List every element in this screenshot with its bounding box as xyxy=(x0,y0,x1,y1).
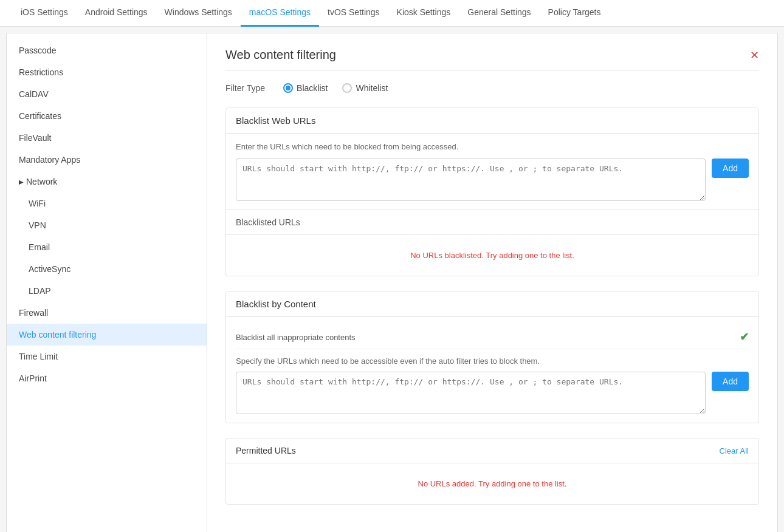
permitted-urls-title: Permitted URLs xyxy=(236,446,296,455)
filter-type-label: Filter Type xyxy=(225,83,265,93)
sidebar-item-network[interactable]: ▶ Network xyxy=(7,171,207,193)
blacklist-radio-label: Blacklist xyxy=(297,83,328,93)
blacklist-url-input[interactable] xyxy=(236,159,706,201)
permitted-urls-body: No URLs added. Try adding one to the lis… xyxy=(226,463,758,504)
chevron-right-icon: ▶ xyxy=(19,179,24,185)
blacklist-web-urls-body: Enter the URLs which need to be blocked … xyxy=(226,134,758,210)
permitted-urls-empty: No URLs added. Try adding one to the lis… xyxy=(236,472,749,496)
sidebar-item-airprint[interactable]: AirPrint xyxy=(7,367,207,389)
nav-general-settings[interactable]: General Settings xyxy=(459,0,539,27)
accessible-url-input[interactable] xyxy=(236,372,706,414)
sidebar-item-filevault[interactable]: FileVault xyxy=(7,127,207,149)
nav-policy-targets[interactable]: Policy Targets xyxy=(540,0,610,27)
sidebar-item-vpn[interactable]: VPN xyxy=(7,214,207,236)
whitelist-radio[interactable] xyxy=(342,83,352,93)
sidebar-item-restrictions[interactable]: Restrictions xyxy=(7,61,207,83)
sidebar-item-certificates[interactable]: Certificates xyxy=(7,105,207,127)
close-button[interactable]: ✕ xyxy=(750,49,759,62)
blacklist-radio[interactable] xyxy=(283,83,293,93)
nav-kiosk-settings[interactable]: Kiosk Settings xyxy=(388,0,459,27)
radio-group: Blacklist Whitelist xyxy=(283,83,388,93)
nav-macos-settings[interactable]: macOS Settings xyxy=(241,0,319,27)
sidebar-item-email[interactable]: Email xyxy=(7,236,207,258)
blacklisted-urls-title: Blacklisted URLs xyxy=(226,210,758,235)
top-navigation: iOS Settings Android Settings Windows Se… xyxy=(0,0,784,27)
blacklist-web-urls-desc: Enter the URLs which need to be blocked … xyxy=(236,142,749,151)
permitted-urls-header: Permitted URLs Clear All xyxy=(226,438,758,463)
nav-android-settings[interactable]: Android Settings xyxy=(77,0,156,27)
sidebar-item-mandatory-apps[interactable]: Mandatory Apps xyxy=(7,149,207,171)
blacklist-web-urls-title: Blacklist Web URLs xyxy=(226,108,758,134)
blacklist-inappropriate-label: Blacklist all inappropriate contents xyxy=(236,333,356,342)
panel-title: Web content filtering xyxy=(225,48,336,62)
blacklist-inappropriate-row: Blacklist all inappropriate contents ✔ xyxy=(236,326,749,349)
blacklist-add-button[interactable]: Add xyxy=(712,159,749,178)
blacklist-radio-option[interactable]: Blacklist xyxy=(283,83,328,93)
blacklist-url-input-row: Add xyxy=(236,159,749,201)
whitelist-radio-option[interactable]: Whitelist xyxy=(342,83,388,93)
blacklist-by-content-body: Blacklist all inappropriate contents ✔ S… xyxy=(226,317,758,423)
sidebar-item-caldav[interactable]: CalDAV xyxy=(7,83,207,105)
filter-type-row: Filter Type Blacklist Whitelist xyxy=(225,83,759,93)
blacklist-by-content-title: Blacklist by Content xyxy=(226,292,758,317)
sidebar-item-ldap[interactable]: LDAP xyxy=(7,280,207,302)
accessible-url-input-row: Add xyxy=(236,372,749,414)
main-layout: Passcode Restrictions CalDAV Certificate… xyxy=(6,33,778,532)
blacklisted-urls-body: No URLs blacklisted. Try adding one to t… xyxy=(226,235,758,276)
nav-windows-settings[interactable]: Windows Settings xyxy=(156,0,241,27)
accessible-add-button[interactable]: Add xyxy=(712,372,749,391)
accessible-note: Specify the URLs which need to be access… xyxy=(236,356,749,366)
whitelist-radio-label: Whitelist xyxy=(356,83,388,93)
sidebar-item-passcode[interactable]: Passcode xyxy=(7,39,207,61)
sidebar-item-web-content-filtering[interactable]: Web content filtering xyxy=(7,324,207,346)
blacklist-by-content-section: Blacklist by Content Blacklist all inapp… xyxy=(225,291,759,423)
sidebar-item-time-limit[interactable]: Time Limit xyxy=(7,346,207,367)
nav-tvos-settings[interactable]: tvOS Settings xyxy=(319,0,388,27)
sidebar-item-activesync[interactable]: ActiveSync xyxy=(7,258,207,280)
sidebar: Passcode Restrictions CalDAV Certificate… xyxy=(7,33,207,532)
blacklist-web-urls-section: Blacklist Web URLs Enter the URLs which … xyxy=(225,107,759,276)
permitted-urls-section: Permitted URLs Clear All No URLs added. … xyxy=(225,438,759,505)
blacklisted-urls-empty: No URLs blacklisted. Try adding one to t… xyxy=(236,244,749,267)
checkmark-icon: ✔ xyxy=(740,330,749,344)
sidebar-item-firewall[interactable]: Firewall xyxy=(7,302,207,324)
nav-ios-settings[interactable]: iOS Settings xyxy=(12,0,77,27)
main-content: Web content filtering ✕ Filter Type Blac… xyxy=(207,33,777,532)
sidebar-item-wifi[interactable]: WiFi xyxy=(7,193,207,214)
blacklisted-urls-subsection: Blacklisted URLs No URLs blacklisted. Tr… xyxy=(226,210,758,276)
panel-header: Web content filtering ✕ xyxy=(225,48,759,71)
clear-all-link[interactable]: Clear All xyxy=(720,446,749,455)
